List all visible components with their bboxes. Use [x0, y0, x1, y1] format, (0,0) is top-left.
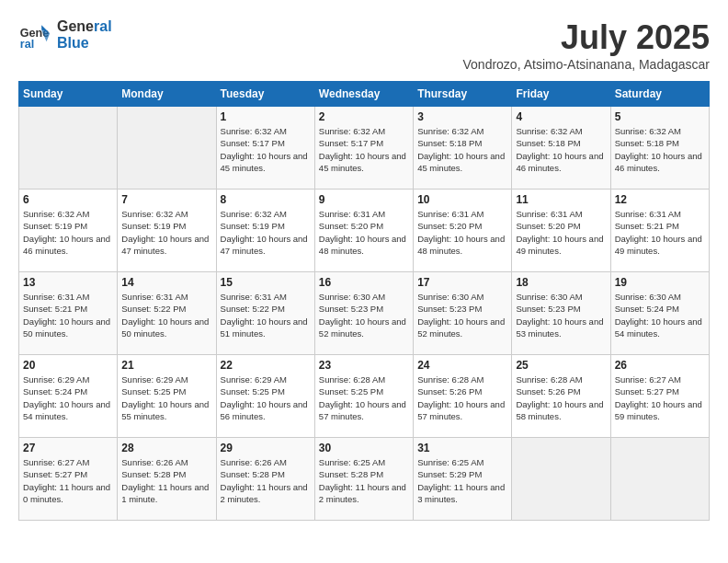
weekday-header: Saturday [610, 82, 709, 107]
day-number: 3 [417, 110, 507, 123]
calendar-cell: 25Sunrise: 6:28 AM Sunset: 5:26 PM Dayli… [512, 355, 610, 438]
day-info: Sunrise: 6:31 AM Sunset: 5:20 PM Dayligh… [516, 208, 606, 257]
day-number: 28 [121, 442, 211, 454]
calendar-week-row: 20Sunrise: 6:29 AM Sunset: 5:24 PM Dayli… [19, 355, 710, 438]
calendar-cell: 13Sunrise: 6:31 AM Sunset: 5:21 PM Dayli… [19, 272, 118, 355]
day-number: 17 [417, 276, 507, 289]
day-info: Sunrise: 6:31 AM Sunset: 5:22 PM Dayligh… [121, 291, 211, 339]
day-info: Sunrise: 6:28 AM Sunset: 5:26 PM Dayligh… [516, 373, 606, 422]
calendar-week-row: 27Sunrise: 6:27 AM Sunset: 5:27 PM Dayli… [19, 438, 710, 521]
day-number: 22 [221, 359, 311, 372]
day-number: 19 [615, 276, 705, 289]
day-number: 21 [121, 359, 211, 372]
day-number: 13 [23, 276, 113, 289]
calendar-cell: 29Sunrise: 6:26 AM Sunset: 5:28 PM Dayli… [216, 438, 314, 521]
calendar-cell: 26Sunrise: 6:27 AM Sunset: 5:27 PM Dayli… [610, 355, 709, 438]
day-info: Sunrise: 6:32 AM Sunset: 5:17 PM Dayligh… [221, 125, 311, 174]
day-number: 31 [417, 442, 507, 454]
day-number: 24 [417, 359, 507, 372]
calendar-cell: 22Sunrise: 6:29 AM Sunset: 5:25 PM Dayli… [216, 355, 314, 438]
day-info: Sunrise: 6:30 AM Sunset: 5:23 PM Dayligh… [417, 291, 507, 339]
day-number: 2 [319, 110, 409, 123]
calendar-cell: 5Sunrise: 6:32 AM Sunset: 5:18 PM Daylig… [610, 107, 709, 190]
day-number: 5 [615, 110, 705, 123]
calendar-cell [512, 438, 610, 521]
day-info: Sunrise: 6:32 AM Sunset: 5:19 PM Dayligh… [221, 208, 311, 257]
weekday-header: Sunday [19, 82, 118, 107]
weekday-header: Friday [512, 82, 610, 107]
day-info: Sunrise: 6:28 AM Sunset: 5:25 PM Dayligh… [319, 373, 409, 422]
weekday-header: Thursday [414, 82, 512, 107]
day-info: Sunrise: 6:26 AM Sunset: 5:28 PM Dayligh… [121, 456, 211, 505]
day-info: Sunrise: 6:32 AM Sunset: 5:18 PM Dayligh… [615, 125, 705, 174]
calendar-cell: 30Sunrise: 6:25 AM Sunset: 5:28 PM Dayli… [314, 438, 413, 521]
day-info: Sunrise: 6:27 AM Sunset: 5:27 PM Dayligh… [23, 456, 113, 505]
day-number: 27 [23, 442, 113, 454]
day-info: Sunrise: 6:25 AM Sunset: 5:29 PM Dayligh… [417, 456, 507, 505]
day-info: Sunrise: 6:30 AM Sunset: 5:23 PM Dayligh… [516, 291, 606, 339]
calendar-cell: 9Sunrise: 6:31 AM Sunset: 5:20 PM Daylig… [314, 190, 413, 272]
title-block: July 2025 Vondrozo, Atsimo-Atsinanana, M… [463, 18, 711, 72]
day-info: Sunrise: 6:30 AM Sunset: 5:23 PM Dayligh… [319, 291, 409, 339]
day-info: Sunrise: 6:32 AM Sunset: 5:19 PM Dayligh… [23, 208, 113, 257]
day-info: Sunrise: 6:28 AM Sunset: 5:26 PM Dayligh… [417, 373, 507, 422]
calendar-cell: 24Sunrise: 6:28 AM Sunset: 5:26 PM Dayli… [414, 355, 512, 438]
calendar-week-row: 1Sunrise: 6:32 AM Sunset: 5:17 PM Daylig… [19, 107, 710, 190]
day-info: Sunrise: 6:29 AM Sunset: 5:24 PM Dayligh… [23, 373, 113, 422]
calendar-week-row: 13Sunrise: 6:31 AM Sunset: 5:21 PM Dayli… [19, 272, 710, 355]
day-number: 15 [221, 276, 311, 289]
calendar-cell: 3Sunrise: 6:32 AM Sunset: 5:18 PM Daylig… [414, 107, 512, 190]
day-number: 1 [221, 110, 311, 123]
day-number: 10 [417, 193, 507, 206]
day-number: 16 [319, 276, 409, 289]
day-number: 26 [615, 359, 705, 372]
day-info: Sunrise: 6:26 AM Sunset: 5:28 PM Dayligh… [221, 456, 311, 505]
calendar-cell: 2Sunrise: 6:32 AM Sunset: 5:17 PM Daylig… [314, 107, 413, 190]
calendar-cell [610, 438, 709, 521]
day-info: Sunrise: 6:31 AM Sunset: 5:22 PM Dayligh… [221, 291, 311, 339]
calendar-cell: 28Sunrise: 6:26 AM Sunset: 5:28 PM Dayli… [118, 438, 216, 521]
calendar-cell [19, 107, 118, 190]
day-info: Sunrise: 6:32 AM Sunset: 5:18 PM Dayligh… [516, 125, 606, 174]
day-info: Sunrise: 6:31 AM Sunset: 5:21 PM Dayligh… [615, 208, 705, 257]
day-number: 25 [516, 359, 606, 372]
calendar-cell: 1Sunrise: 6:32 AM Sunset: 5:17 PM Daylig… [216, 107, 314, 190]
day-info: Sunrise: 6:30 AM Sunset: 5:24 PM Dayligh… [615, 291, 705, 339]
svg-text:ral: ral [20, 38, 34, 51]
calendar-cell: 31Sunrise: 6:25 AM Sunset: 5:29 PM Dayli… [414, 438, 512, 521]
day-number: 23 [319, 359, 409, 372]
day-number: 11 [516, 193, 606, 206]
calendar-cell: 15Sunrise: 6:31 AM Sunset: 5:22 PM Dayli… [216, 272, 314, 355]
calendar-cell: 6Sunrise: 6:32 AM Sunset: 5:19 PM Daylig… [19, 190, 118, 272]
weekday-header: Tuesday [216, 82, 314, 107]
day-number: 8 [221, 193, 311, 206]
day-number: 6 [23, 193, 113, 206]
page-title: July 2025 [463, 18, 711, 57]
calendar-cell: 11Sunrise: 6:31 AM Sunset: 5:20 PM Dayli… [512, 190, 610, 272]
calendar-table: SundayMondayTuesdayWednesdayThursdayFrid… [18, 81, 710, 521]
calendar-cell: 23Sunrise: 6:28 AM Sunset: 5:25 PM Dayli… [314, 355, 413, 438]
calendar-cell: 19Sunrise: 6:30 AM Sunset: 5:24 PM Dayli… [610, 272, 709, 355]
calendar-cell: 21Sunrise: 6:29 AM Sunset: 5:25 PM Dayli… [118, 355, 216, 438]
calendar-cell: 18Sunrise: 6:30 AM Sunset: 5:23 PM Dayli… [512, 272, 610, 355]
calendar-cell: 20Sunrise: 6:29 AM Sunset: 5:24 PM Dayli… [19, 355, 118, 438]
weekday-header: Monday [118, 82, 216, 107]
day-number: 4 [516, 110, 606, 123]
day-info: Sunrise: 6:29 AM Sunset: 5:25 PM Dayligh… [221, 373, 311, 422]
day-number: 20 [23, 359, 113, 372]
calendar-cell: 27Sunrise: 6:27 AM Sunset: 5:27 PM Dayli… [19, 438, 118, 521]
day-number: 18 [516, 276, 606, 289]
calendar-cell: 12Sunrise: 6:31 AM Sunset: 5:21 PM Dayli… [610, 190, 709, 272]
calendar-cell: 7Sunrise: 6:32 AM Sunset: 5:19 PM Daylig… [118, 190, 216, 272]
day-info: Sunrise: 6:31 AM Sunset: 5:21 PM Dayligh… [23, 291, 113, 339]
calendar-week-row: 6Sunrise: 6:32 AM Sunset: 5:19 PM Daylig… [19, 190, 710, 272]
calendar-header-row: SundayMondayTuesdayWednesdayThursdayFrid… [19, 82, 710, 107]
day-number: 29 [221, 442, 311, 454]
calendar-cell: 8Sunrise: 6:32 AM Sunset: 5:19 PM Daylig… [216, 190, 314, 272]
day-number: 30 [319, 442, 409, 454]
calendar-cell: 14Sunrise: 6:31 AM Sunset: 5:22 PM Dayli… [118, 272, 216, 355]
calendar-cell: 4Sunrise: 6:32 AM Sunset: 5:18 PM Daylig… [512, 107, 610, 190]
day-number: 14 [121, 276, 211, 289]
day-info: Sunrise: 6:32 AM Sunset: 5:18 PM Dayligh… [417, 125, 507, 174]
calendar-cell: 10Sunrise: 6:31 AM Sunset: 5:20 PM Dayli… [414, 190, 512, 272]
